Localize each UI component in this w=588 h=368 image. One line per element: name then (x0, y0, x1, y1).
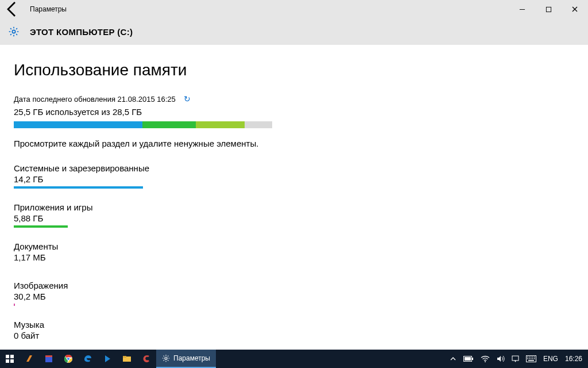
battery-icon[interactable] (463, 356, 474, 362)
usage-bar-segment (142, 121, 196, 128)
storage-category[interactable]: Системные и зарезервированные14,2 ГБ (14, 163, 574, 189)
svg-marker-15 (105, 355, 110, 362)
category-size: 30,2 МБ (14, 292, 574, 301)
svg-rect-35 (534, 358, 535, 359)
start-button[interactable] (0, 350, 20, 368)
svg-point-22 (485, 361, 486, 362)
notifications-icon[interactable] (512, 355, 519, 363)
category-bar (14, 186, 143, 189)
svg-rect-33 (531, 358, 532, 359)
wifi-icon[interactable] (481, 355, 490, 362)
category-name: Системные и зарезервированные (14, 163, 574, 173)
svg-rect-26 (527, 356, 528, 358)
svg-marker-9 (26, 355, 32, 362)
volume-icon[interactable] (497, 355, 505, 362)
last-update-value: 21.08.2015 16:25 (118, 95, 176, 103)
taskbar-active-settings[interactable]: Параметры (156, 350, 216, 368)
svg-rect-27 (529, 356, 530, 358)
usage-summary: 25,5 ГБ используется из 28,5 ГБ (14, 107, 574, 117)
svg-point-4 (12, 30, 15, 33)
drive-title: ЭТОТ КОМПЬЮТЕР (C:) (30, 27, 133, 37)
category-list: Системные и зарезервированные14,2 ГБПрил… (14, 163, 574, 345)
svg-rect-32 (529, 358, 530, 359)
keyboard-icon[interactable] (526, 355, 536, 362)
back-button[interactable] (3, 0, 22, 18)
clock[interactable]: 16:26 (565, 355, 582, 363)
category-size: 14,2 ГБ (14, 174, 574, 184)
taskbar-app-winamp[interactable] (20, 350, 39, 368)
category-name: Приложения и игры (14, 202, 574, 212)
close-button[interactable] (562, 0, 588, 18)
window-title: Параметры (30, 5, 67, 13)
svg-rect-21 (472, 358, 473, 360)
svg-rect-24 (512, 356, 519, 361)
svg-rect-36 (528, 360, 534, 361)
category-name: Музыка (14, 320, 574, 329)
category-size: 0 байт (14, 331, 574, 340)
storage-category[interactable]: Музыка0 байт (14, 320, 574, 345)
taskbar-app-chrome[interactable] (59, 350, 78, 368)
taskbar-active-label: Параметры (173, 354, 210, 362)
svg-rect-34 (532, 358, 533, 359)
storage-category[interactable]: Приложения и игры5,88 ГБ (14, 202, 574, 228)
svg-rect-29 (532, 356, 533, 358)
category-size: 1,17 МБ (14, 252, 574, 262)
category-bar (14, 304, 15, 306)
storage-category[interactable]: Документы1,17 МБ (14, 241, 574, 267)
svg-marker-23 (497, 356, 501, 362)
category-size: 5,88 ГБ (14, 213, 574, 223)
category-name: Документы (14, 241, 574, 251)
gear-icon (8, 26, 20, 37)
svg-rect-11 (45, 355, 52, 357)
svg-rect-31 (527, 358, 528, 359)
refresh-icon[interactable]: ↻ (184, 94, 191, 103)
usage-bar-segment (14, 121, 142, 128)
taskbar-app-ccleaner[interactable] (137, 350, 156, 368)
window-controls (509, 0, 588, 18)
usage-bar-segment (196, 121, 245, 128)
svg-rect-28 (531, 356, 532, 358)
svg-rect-6 (10, 355, 14, 358)
taskbar-app-edge[interactable] (78, 350, 98, 368)
minimize-button[interactable] (509, 0, 535, 18)
taskbar-app-explorer[interactable] (117, 350, 137, 368)
category-bar (14, 225, 68, 228)
system-tray: ENG 16:26 (450, 350, 588, 368)
svg-rect-7 (6, 359, 9, 363)
svg-rect-30 (534, 356, 535, 358)
taskbar-app-notepad[interactable] (39, 350, 59, 368)
svg-rect-17 (123, 356, 126, 358)
window-titlebar: Параметры (0, 0, 588, 18)
tray-chevron-up-icon[interactable] (450, 355, 457, 362)
taskbar: Параметры ENG 16:26 (0, 350, 588, 368)
svg-rect-1 (546, 7, 551, 12)
maximize-button[interactable] (535, 0, 562, 18)
input-language[interactable]: ENG (543, 355, 558, 363)
instruction-text: Просмотрите каждый раздел и удалите нену… (14, 139, 574, 148)
svg-rect-8 (10, 359, 14, 363)
last-update-label: Дата последнего обновления (14, 95, 115, 103)
settings-header: ЭТОТ КОМПЬЮТЕР (C:) (0, 18, 588, 45)
svg-rect-20 (465, 357, 471, 361)
taskbar-app-media[interactable] (98, 350, 117, 368)
page-title: Использование памяти (14, 61, 574, 79)
svg-point-18 (165, 357, 167, 359)
svg-rect-5 (6, 355, 9, 358)
storage-category[interactable]: Изображения30,2 МБ (14, 281, 574, 306)
category-name: Изображения (14, 281, 574, 290)
usage-bar-segment (245, 121, 272, 128)
storage-content: Использование памяти Дата последнего обн… (0, 45, 588, 345)
last-update-row: Дата последнего обновления 21.08.2015 16… (14, 94, 574, 103)
usage-bar (14, 121, 272, 128)
